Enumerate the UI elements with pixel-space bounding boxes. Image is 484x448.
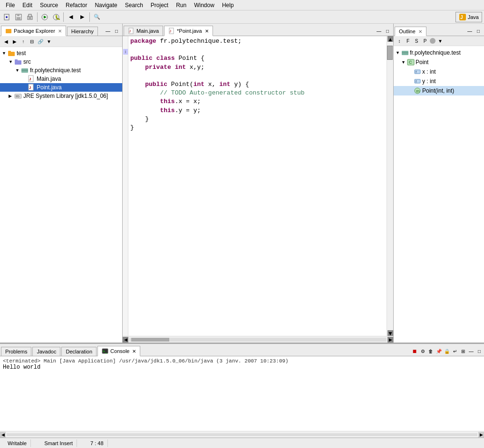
arrow-package: ▼ (15, 68, 21, 73)
tree-item-main-java[interactable]: J Main.java (0, 75, 122, 83)
outline-menu-btn[interactable]: ▼ (436, 37, 444, 45)
menu-refactor[interactable]: Refactor (62, 1, 91, 10)
console-action1-btn[interactable]: ⚙ (419, 347, 426, 355)
menu-project[interactable]: Project (147, 1, 172, 10)
tab-hierarchy[interactable]: Hierarchy (67, 27, 98, 36)
hide-static-btn[interactable]: S (413, 37, 420, 45)
console-content: <terminated> Main [Java Application] /us… (0, 356, 484, 431)
tab-outline[interactable]: Outline ✕ (395, 27, 426, 36)
package-icon (21, 67, 29, 74)
forward-tree-btn[interactable]: ▶ (10, 37, 19, 46)
line-marker: i (123, 49, 128, 55)
scroll-down-btn[interactable]: ▼ (387, 330, 393, 336)
close-console-tab[interactable]: ✕ (132, 349, 136, 354)
search-btn[interactable]: 🔍 (92, 12, 102, 22)
minimize-editor-btn[interactable]: — (375, 27, 383, 35)
menu-window[interactable]: Window (190, 1, 218, 10)
tab-console[interactable]: >_ Console ✕ (97, 346, 140, 356)
tree-item-src[interactable]: ▼ src (0, 57, 122, 66)
pin-console-btn[interactable]: 📌 (435, 347, 443, 355)
code-editor[interactable]: package fr.polytechnique.test; public cl… (128, 36, 387, 336)
forward-btn[interactable]: ▶ (77, 12, 87, 22)
outline-field-y[interactable]: f y : int (394, 76, 484, 86)
open-console-btn[interactable]: ⊞ (459, 347, 467, 355)
tree-item-jre[interactable]: ▶ lib JRE System Library [jdk1.5.0_06] (0, 92, 122, 100)
print-btn[interactable] (25, 12, 35, 22)
bottom-panel-actions: ■ ⚙ 🗑 📌 🔒 ↵ ⊞ — □ (410, 346, 484, 356)
menu-edit[interactable]: Edit (19, 1, 36, 10)
menu-run[interactable]: Run (172, 1, 190, 10)
tab-javadoc[interactable]: Javadoc (32, 347, 60, 356)
hide-nonpublic-btn[interactable]: P (421, 37, 429, 45)
h-scrollbar-thumb[interactable] (131, 338, 169, 342)
debug-btn[interactable]: 🐛 (51, 12, 61, 22)
save-btn[interactable] (13, 12, 24, 22)
stop-console-btn[interactable]: ■ (411, 347, 418, 355)
new-btn[interactable] (2, 12, 12, 22)
scroll-thumb[interactable] (387, 46, 393, 60)
minimize-outline-btn[interactable]: — (466, 27, 474, 35)
maximize-outline-btn[interactable]: □ (474, 27, 482, 35)
tab-point-java[interactable]: J *Point.java ✕ (164, 26, 213, 36)
bottom-panel: Problems Javadoc Declaration >_ Console … (0, 343, 484, 438)
menu-file[interactable]: File (2, 1, 19, 10)
main-toolbar: 🐛 ◀ ▶ 🔍 J Java (0, 10, 484, 24)
tab-package-explorer[interactable]: Package Explorer ✕ (1, 26, 66, 36)
left-panel-tabs: Package Explorer ✕ Hierarchy — □ (0, 24, 122, 36)
maximize-bottom-btn[interactable]: □ (475, 347, 483, 355)
close-outline-btn[interactable]: ✕ (418, 29, 422, 34)
back-btn[interactable]: ◀ (66, 12, 76, 22)
outline-method-constructor[interactable]: m Point(int, int) (394, 86, 484, 95)
tree-label-point-java: Point.java (37, 84, 62, 91)
menu-source[interactable]: Source (36, 1, 62, 10)
console-scroll-right[interactable]: ▶ (478, 432, 484, 438)
maximize-left-btn[interactable]: □ (113, 27, 120, 35)
sort-outline-btn[interactable]: ↕ (396, 37, 403, 45)
outline-package[interactable]: ▼ fr.polytechnique.test (394, 48, 484, 57)
collapse-tree-btn[interactable]: ⊟ (28, 37, 36, 46)
menu-search[interactable]: Search (121, 1, 147, 10)
tree-item-package[interactable]: ▼ fr.polytechnique.test (0, 66, 122, 75)
tree-item-point-java[interactable]: J Point.java (0, 83, 122, 92)
console-scrollbar-track[interactable] (7, 433, 477, 436)
outline-class-point[interactable]: ▼ C Point (394, 57, 484, 67)
scroll-left-btn[interactable]: ◀ (123, 337, 128, 343)
console-header: <terminated> Main [Java Application] /us… (3, 358, 481, 364)
hide-fields-btn[interactable]: F (404, 37, 412, 45)
sep3 (89, 12, 90, 22)
tab-problems[interactable]: Problems (1, 347, 31, 356)
editor-scrollbar[interactable]: ▲ ▼ (387, 36, 393, 336)
h-scrollbar-track[interactable] (129, 338, 387, 342)
arrow-jre: ▶ (9, 94, 14, 98)
outline-field-x[interactable]: f x : int (394, 67, 484, 76)
minimize-left-btn[interactable]: — (104, 27, 112, 35)
scroll-up-btn[interactable]: ▲ (387, 36, 393, 42)
outline-field-x-label: x : int (422, 68, 436, 75)
up-tree-btn[interactable]: ↑ (19, 37, 28, 46)
close-package-explorer[interactable]: ✕ (58, 29, 62, 34)
horizontal-scrollbar[interactable]: ◀ ▶ (123, 336, 393, 343)
back-tree-btn[interactable]: ◀ (2, 37, 10, 46)
console-scroll-left[interactable]: ◀ (0, 432, 6, 438)
tree-label-test: test (17, 50, 26, 57)
menu-navigate[interactable]: Navigate (91, 1, 121, 10)
close-point-java-tab[interactable]: ✕ (205, 29, 209, 34)
word-wrap-btn[interactable]: ↵ (451, 347, 459, 355)
minimize-bottom-btn[interactable]: — (467, 347, 475, 355)
console-scrollbar[interactable]: ◀ ▶ (0, 431, 484, 438)
menu-help[interactable]: Help (218, 1, 238, 10)
java-perspective-btn[interactable]: J Java (455, 12, 482, 22)
run-btn[interactable] (39, 12, 50, 22)
scroll-right-btn[interactable]: ▶ (387, 337, 393, 343)
maximize-editor-btn[interactable]: □ (384, 27, 391, 35)
scroll-lock-btn[interactable]: 🔒 (443, 347, 451, 355)
left-panel: Package Explorer ✕ Hierarchy — □ ◀ ▶ ↑ ⊟… (0, 24, 123, 343)
tab-main-java[interactable]: J Main.java (124, 26, 163, 36)
editor-area[interactable]: i package fr.polytechnique.test; public … (123, 36, 393, 336)
tab-declaration[interactable]: Declaration (61, 347, 97, 356)
link-tree-btn[interactable]: 🔗 (36, 37, 45, 46)
tree-menu-btn[interactable]: ▼ (45, 37, 53, 46)
clear-console-btn[interactable]: 🗑 (427, 347, 435, 355)
outline-field-x-icon: f (414, 68, 421, 76)
tree-item-test[interactable]: ▼ test (0, 49, 122, 57)
